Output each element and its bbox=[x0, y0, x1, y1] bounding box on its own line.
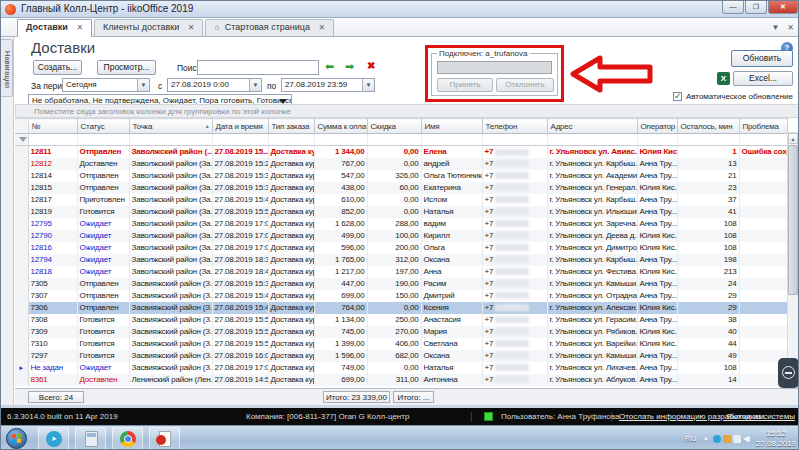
cell-min[interactable]: 23 bbox=[677, 182, 739, 194]
cell-discount[interactable]: 200,00 bbox=[367, 242, 421, 254]
delivery-row[interactable]: 7305ОтправленЗасвияжский район (З...27.0… bbox=[15, 278, 787, 290]
cell-type[interactable]: Доставка кур... bbox=[268, 314, 314, 326]
delivery-row[interactable]: ▸Не заданОжидаетЗасвияжский район (З...2… bbox=[15, 362, 787, 374]
cell-point[interactable]: Заволжский район (... bbox=[129, 146, 212, 158]
auto-refresh-checkbox[interactable] bbox=[673, 92, 682, 101]
cell-sum[interactable]: 1 217,00 bbox=[314, 266, 367, 278]
cell-discount[interactable]: 150,00 bbox=[367, 290, 421, 302]
cell-name[interactable]: Антонина bbox=[421, 374, 482, 386]
cell-operator[interactable]: Анна Тру... bbox=[637, 170, 677, 182]
column-header-min[interactable]: Осталось, мин bbox=[677, 119, 739, 134]
cell-num[interactable]: 7309 bbox=[28, 326, 77, 338]
cell-status[interactable]: Отправлен bbox=[77, 146, 129, 158]
cell-phone[interactable]: +7 bbox=[482, 230, 547, 242]
delivery-row[interactable]: 12817ПриготовленЗаволжский район (За...2… bbox=[15, 194, 787, 206]
cell-phone[interactable]: +7 bbox=[482, 326, 547, 338]
cell-min[interactable]: 40 bbox=[677, 326, 739, 338]
cell-problem[interactable] bbox=[739, 278, 787, 290]
delivery-row[interactable]: 7308ГотовитсяЗасвияжский район (З...27.0… bbox=[15, 314, 787, 326]
cell-status[interactable]: Отправлен bbox=[77, 182, 129, 194]
cell-sum[interactable]: 447,00 bbox=[314, 278, 367, 290]
cell-problem[interactable] bbox=[739, 254, 787, 266]
cell-point[interactable]: Засвияжский район (З... bbox=[129, 326, 212, 338]
column-header-num[interactable]: № bbox=[28, 119, 77, 134]
filter-cell-name[interactable] bbox=[421, 134, 482, 146]
cell-point[interactable]: Заволжский район (За... bbox=[129, 194, 212, 206]
cell-point[interactable]: Заволжский район (За... bbox=[129, 218, 212, 230]
cell-point[interactable]: Засвияжский район (З... bbox=[129, 362, 212, 374]
filter-cell-datetime[interactable] bbox=[212, 134, 268, 146]
cell-point[interactable]: Заволжский район (За... bbox=[129, 182, 212, 194]
cell-sum[interactable]: 699,00 bbox=[314, 374, 367, 386]
cell-point[interactable]: Заволжский район (За... bbox=[129, 158, 212, 170]
cell-name[interactable]: Оксана bbox=[421, 350, 482, 362]
cell-discount[interactable]: 197,00 bbox=[367, 266, 421, 278]
cell-status[interactable]: Ожидает bbox=[77, 218, 129, 230]
maximize-button[interactable]: ❐ bbox=[745, 1, 767, 14]
delivery-row[interactable]: 12794ОжидаетЗаволжский район (За...27.08… bbox=[15, 254, 787, 266]
cell-problem[interactable] bbox=[739, 230, 787, 242]
cell-phone[interactable]: +7 bbox=[482, 374, 547, 386]
tray-telegram-icon[interactable] bbox=[713, 435, 721, 443]
cell-status[interactable]: Готовится bbox=[77, 338, 129, 350]
filter-cell-min[interactable] bbox=[677, 134, 739, 146]
date-to-select[interactable]: 27.08.2019 23:59 ▼ bbox=[281, 78, 375, 92]
cell-discount[interactable]: 190,00 bbox=[367, 278, 421, 290]
cell-type[interactable]: Доставка ку... bbox=[268, 146, 314, 158]
find-next-icon[interactable]: ➡ bbox=[345, 59, 354, 74]
tab-strip-close-icon[interactable]: ✕ bbox=[787, 23, 794, 32]
cell-status[interactable]: Ожидает bbox=[77, 266, 129, 278]
cell-operator[interactable]: Анна Тру... bbox=[637, 158, 677, 170]
cell-address[interactable]: г. Ульяновск ул. Лихачев... bbox=[547, 362, 637, 374]
cell-type[interactable]: Доставка кур... bbox=[268, 158, 314, 170]
cell-point[interactable]: Заволжский район (За... bbox=[129, 170, 212, 182]
cell-min[interactable]: 37 bbox=[677, 194, 739, 206]
taskbar-telegram-button[interactable]: ➤ bbox=[38, 427, 69, 450]
cell-phone[interactable]: +7 bbox=[482, 218, 547, 230]
cell-phone[interactable]: +7 bbox=[482, 314, 547, 326]
cell-point[interactable]: Засвияжский район (З... bbox=[129, 314, 212, 326]
cell-num[interactable]: 12812 bbox=[28, 158, 77, 170]
delivery-row[interactable]: 7297ГотовитсяЗасвияжский район (З...27.0… bbox=[15, 350, 787, 362]
cell-operator[interactable]: Анна Тру... bbox=[637, 374, 677, 386]
cell-phone[interactable]: +7 bbox=[482, 194, 547, 206]
cell-point[interactable]: Засвияжский район (З... bbox=[129, 302, 212, 314]
cell-discount[interactable]: 100,00 bbox=[367, 230, 421, 242]
cell-phone[interactable]: +7 bbox=[482, 146, 547, 158]
cell-type[interactable]: Доставка кур... bbox=[268, 170, 314, 182]
tab-list-dropdown-icon[interactable]: ▼ bbox=[771, 23, 779, 32]
cell-status[interactable]: Доставлен bbox=[77, 374, 129, 386]
delivery-row[interactable]: 7306ОтправленЗасвияжский район (З...27.0… bbox=[15, 302, 787, 314]
cell-type[interactable]: Доставка кур... bbox=[268, 278, 314, 290]
filter-cell-phone[interactable] bbox=[482, 134, 547, 146]
cell-problem[interactable] bbox=[739, 326, 787, 338]
delivery-row[interactable]: 12815ОтправленЗаволжский район (За...27.… bbox=[15, 182, 787, 194]
filter-cell-status[interactable] bbox=[77, 134, 129, 146]
logout-link[interactable]: Выход из системы bbox=[727, 412, 795, 421]
cell-point[interactable]: Засвияжский район (З... bbox=[129, 350, 212, 362]
minimize-button[interactable]: — bbox=[722, 1, 744, 14]
cell-sum[interactable]: 699,00 bbox=[314, 290, 367, 302]
scroll-up-icon[interactable]: ▲ bbox=[788, 133, 798, 144]
cell-address[interactable]: г. Ульяновск ул. Карбыш... bbox=[547, 194, 637, 206]
cell-phone[interactable]: +7 bbox=[482, 158, 547, 170]
cell-problem[interactable] bbox=[739, 314, 787, 326]
scrollbar-thumb[interactable] bbox=[788, 145, 798, 295]
cell-problem[interactable] bbox=[739, 194, 787, 206]
cell-type[interactable]: Доставка кур... bbox=[268, 326, 314, 338]
cell-name[interactable]: вадим bbox=[421, 218, 482, 230]
cell-point[interactable]: Засвияжский район (З... bbox=[129, 278, 212, 290]
cell-num[interactable]: 12815 bbox=[28, 182, 77, 194]
cell-discount[interactable]: 0,00 bbox=[367, 158, 421, 170]
taskbar-clock[interactable]: 15:12 27.08.2019 bbox=[755, 429, 797, 449]
delivery-row[interactable]: 12818ОжидаетЗаволжский район (За...27.08… bbox=[15, 266, 787, 278]
cell-min[interactable]: 213 bbox=[677, 266, 739, 278]
cell-name[interactable]: Екатерина bbox=[421, 182, 482, 194]
navigation-panel-tab[interactable]: Навигация bbox=[1, 39, 13, 97]
delivery-row[interactable]: 7309ГотовитсяЗасвияжский район (З...27.0… bbox=[15, 326, 787, 338]
date-from-select[interactable]: 27.08.2019 0:00 ▼ bbox=[167, 78, 262, 92]
accept-call-button[interactable]: Принять bbox=[437, 78, 493, 92]
cell-num[interactable]: 12814 bbox=[28, 170, 77, 182]
excel-button[interactable]: Excel... bbox=[733, 71, 793, 86]
cell-type[interactable]: Доставка кур... bbox=[268, 230, 314, 242]
